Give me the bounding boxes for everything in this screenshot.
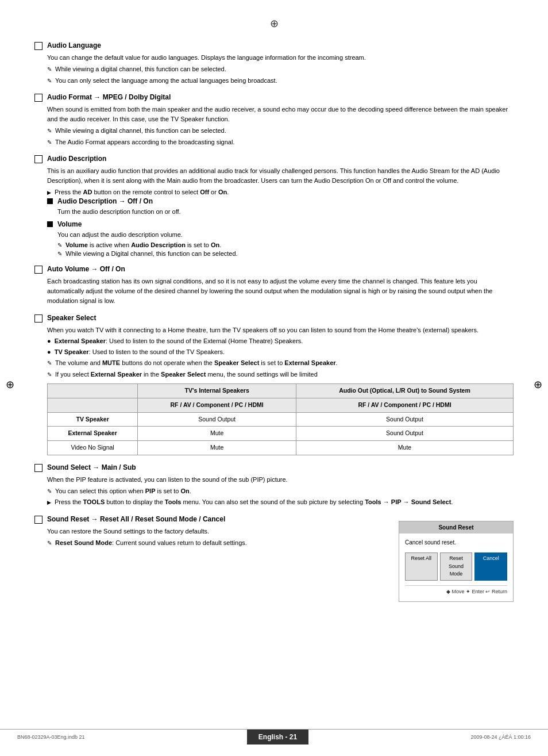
row-col2-external: Sound Output: [296, 427, 513, 441]
pencil-icon-2: [47, 76, 52, 85]
section-audio-format: Audio Format → MPEG / Dolby Digital When…: [34, 93, 514, 147]
note-text-audio-language-2: You can only select the language among t…: [55, 76, 277, 86]
note-text-audio-format-2: The Audio Format appears according to th…: [55, 137, 234, 147]
table-subheader-1: RF / AV / Component / PC / HDMI: [138, 398, 296, 412]
section-audio-language: Audio Language You can change the defaul…: [34, 41, 514, 85]
section-title-auto-volume: Auto Volume → Off / On: [47, 265, 125, 273]
footer-left-text: BN68-02329A-03Eng.indb 21: [17, 734, 85, 740]
compass-left-icon: ⊕: [6, 378, 14, 391]
footer-page-label: English - 21: [247, 730, 308, 745]
row-col1-tv: Sound Output: [138, 412, 296, 427]
row-col1-nosignal: Mute: [138, 441, 296, 455]
note-audio-format-1: While viewing a digital channel, this fu…: [47, 126, 514, 136]
sound-reset-button-group: Reset All Reset Sound Mode Cancel: [405, 552, 507, 581]
row-col2-tv: Sound Output: [296, 412, 513, 427]
section-title-speaker: Speaker Select: [47, 314, 96, 322]
checkbox-icon-audio-format: [34, 94, 43, 102]
section-title-audio-language: Audio Language: [47, 41, 101, 49]
bullet-dot-1: ●: [47, 336, 51, 346]
pencil-icon-9: [47, 487, 52, 496]
section-sound-reset: Sound Reset → Reset All / Reset Sound Mo…: [34, 515, 514, 603]
table-header-internal: TV's Internal Speakers: [138, 384, 296, 398]
note-sound-select-2: Press the TOOLS button to display the To…: [47, 497, 514, 507]
square-icon-1: [47, 198, 53, 204]
section-title-sound-reset: Sound Reset → Reset All / Reset Sound Mo…: [47, 515, 225, 523]
note-text-speaker-2: If you select External Speaker in the Sp…: [55, 370, 318, 379]
checkbox-icon-sound-reset: [34, 516, 43, 524]
subsection-volume: Volume You can adjust the audio descript…: [47, 220, 514, 257]
sound-reset-nav: ◆ Move ✦ Enter ↩ Return: [405, 585, 507, 596]
note-text-audio-format-1: While viewing a digital channel, this fu…: [55, 126, 226, 136]
page-footer: BN68-02329A-03Eng.indb 21 English - 21 2…: [0, 729, 548, 745]
note-text-speaker-1: The volume and MUTE buttons do not opera…: [55, 358, 338, 368]
row-col1-external: Mute: [138, 427, 296, 441]
note-text-audio-desc-remote: Press the AD button on the remote contro…: [55, 187, 229, 197]
section-sound-select: Sound Select → Main / Sub When the PIP f…: [34, 463, 514, 507]
sound-reset-dialog: Sound Reset Cancel sound reset. Reset Al…: [399, 521, 514, 603]
section-audio-description: Audio Description This is an auxiliary a…: [34, 155, 514, 257]
section-body-auto-volume: Each broadcasting station has its own si…: [47, 277, 514, 306]
compass-right-icon: ⊕: [534, 378, 542, 391]
table-subheader-2: RF / AV / Component / PC / HDMI: [296, 398, 513, 412]
bullet-text-tv: TV Speaker: Used to listen to the sound …: [55, 347, 225, 357]
subsection-title-onoff: Audio Description → Off / On: [57, 197, 153, 205]
section-body-sound-select: When the PIP feature is activated, you c…: [47, 475, 514, 507]
bullet-tv-speaker: ● TV Speaker: Used to listen to the soun…: [47, 347, 514, 357]
page: ⊕ ⊕ ⊕ Audio Language You can change the …: [0, 0, 548, 756]
row-label-nosignal: Video No Signal: [48, 441, 138, 455]
section-body-audio-format: When sound is emitted from both the main…: [47, 105, 514, 147]
bullet-dot-2: ●: [47, 347, 51, 357]
auto-volume-body: Each broadcasting station has its own si…: [47, 277, 514, 306]
row-label-tv: TV Speaker: [48, 412, 138, 427]
note-text-sound-reset-1: Reset Sound Mode: Current sound values r…: [55, 538, 247, 548]
row-label-external: External Speaker: [48, 427, 138, 441]
pencil-icon-7: [47, 359, 52, 367]
section-body-sound-reset: Sound Reset Cancel sound reset. Reset Al…: [47, 527, 514, 603]
square-icon-2: [47, 221, 53, 227]
sound-reset-cancel-text: Cancel sound reset.: [405, 538, 507, 547]
section-title-audio-desc: Audio Description: [47, 155, 106, 163]
note-speaker-2: If you select External Speaker in the Sp…: [47, 370, 514, 379]
table-row-tv-speaker: TV Speaker Sound Output Sound Output: [48, 412, 514, 427]
note-volume-1: Volume is active when Audio Description …: [57, 241, 514, 248]
pencil-icon-10: [47, 539, 52, 547]
note-text-volume-1: Volume is active when Audio Description …: [65, 241, 221, 248]
table-header-audio-out: Audio Out (Optical, L/R Out) to Sound Sy…: [296, 384, 513, 398]
section-body-speaker: When you watch TV with it connecting to …: [47, 325, 514, 455]
reset-all-button[interactable]: Reset All: [405, 552, 438, 581]
checkbox-icon-auto-volume: [34, 266, 43, 274]
note-audio-desc-remote: Press the AD button on the remote contro…: [47, 187, 514, 197]
speaker-table: TV's Internal Speakers Audio Out (Optica…: [47, 383, 514, 455]
pencil-icon-8: [47, 370, 52, 379]
section-body-audio-language: You can change the default value for aud…: [47, 53, 514, 85]
section-title-sound-select: Sound Select → Main / Sub: [47, 463, 136, 471]
footer-right-text: 2009-08-24 ¿ÀÉÀ 1:00:16: [470, 734, 531, 740]
note-text-audio-language-1: While viewing a digital channel, this fu…: [55, 64, 226, 74]
note-audio-language-1: While viewing a digital channel, this fu…: [47, 64, 514, 74]
bullet-external-speaker: ● External Speaker: Used to listen to th…: [47, 336, 514, 346]
subsection-body-onoff: Turn the audio description function on o…: [57, 207, 514, 217]
pencil-icon-1: [47, 65, 52, 74]
checkbox-icon-audio-language: [34, 42, 43, 50]
speaker-body: When you watch TV with it connecting to …: [47, 325, 514, 335]
note-volume-2: While viewing a Digital channel, this fu…: [57, 250, 514, 257]
pencil-icon-4: [47, 138, 52, 147]
pencil-icon-5: [57, 242, 62, 248]
checkbox-icon-speaker: [34, 314, 43, 323]
note-text-sound-select-1: You can select this option when PIP is s…: [55, 486, 191, 496]
subsection-audio-desc-onoff: Audio Description → Off / On Turn the au…: [47, 197, 514, 217]
checkbox-icon-audio-desc: [34, 155, 43, 163]
table-row-external-speaker: External Speaker Mute Sound Output: [48, 427, 514, 441]
audio-desc-body: This is an auxiliary audio function that…: [47, 166, 514, 186]
audio-language-body: You can change the default value for aud…: [47, 53, 514, 63]
note-sound-select-1: You can select this option when PIP is s…: [47, 486, 514, 496]
remote-icon-1: [47, 188, 51, 197]
pencil-icon-3: [47, 126, 52, 135]
section-auto-volume: Auto Volume → Off / On Each broadcasting…: [34, 265, 514, 306]
cancel-button[interactable]: Cancel: [474, 552, 507, 581]
reset-sound-mode-button[interactable]: Reset Sound Mode: [440, 552, 473, 581]
bullet-text-external: External Speaker: Used to listen to the …: [55, 336, 303, 346]
subsection-title-volume: Volume: [57, 220, 82, 228]
note-speaker-1: The volume and MUTE buttons do not opera…: [47, 358, 514, 368]
section-title-audio-format: Audio Format → MPEG / Dolby Digital: [47, 93, 171, 101]
